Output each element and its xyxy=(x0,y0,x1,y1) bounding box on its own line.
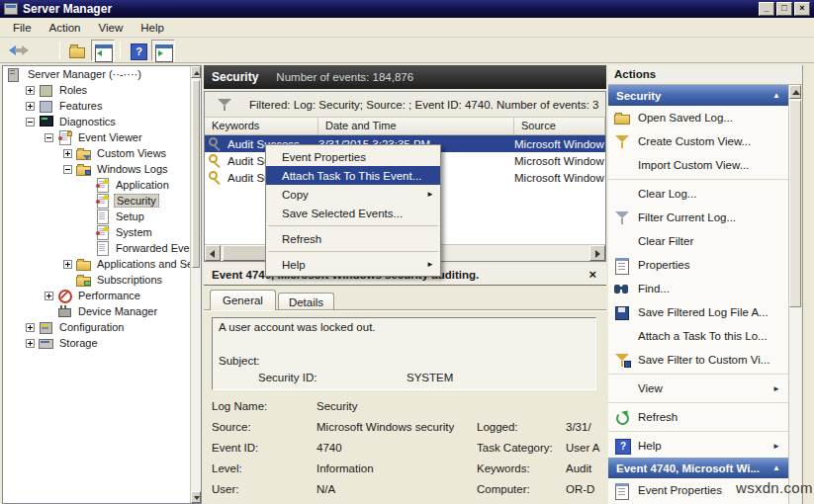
menu-view[interactable]: View xyxy=(90,20,133,36)
expand-icon[interactable] xyxy=(26,323,35,332)
minimize-button[interactable]: _ xyxy=(759,2,774,16)
server-icon xyxy=(7,67,22,81)
action-save-filtered-log-file-a[interactable]: Save Filtered Log File A... xyxy=(608,300,788,324)
tree-scrollbar[interactable] xyxy=(190,66,201,503)
property-value xyxy=(566,400,606,421)
forward-button[interactable] xyxy=(31,40,54,61)
titlebar: Server Manager _ □ × xyxy=(0,0,814,18)
folder-table-icon xyxy=(76,273,91,287)
expand-icon[interactable] xyxy=(26,102,35,111)
log-header: Security Number of events: 184,876 xyxy=(204,65,606,89)
scroll-down-icon[interactable] xyxy=(191,491,201,503)
tree-scrollbar-thumb[interactable] xyxy=(192,80,200,268)
device-manager-icon xyxy=(57,304,72,318)
tree-item-setup[interactable]: Setup xyxy=(3,209,201,224)
context-menu-attach-task-to-this-event[interactable]: Attach Task To This Event... xyxy=(266,166,440,185)
action-filter-current-log[interactable]: Filter Current Log... xyxy=(608,206,788,229)
expand-icon[interactable] xyxy=(26,86,35,95)
menu-action[interactable]: Action xyxy=(41,20,90,36)
submenu-arrow-icon: ► xyxy=(426,260,434,269)
column-header-keywords[interactable]: Keywords xyxy=(205,118,318,134)
tab-details[interactable]: Details xyxy=(278,293,334,310)
collapse-icon[interactable] xyxy=(63,165,72,174)
window-title: Server Manager xyxy=(23,2,757,16)
tree-item-applications-and-servic[interactable]: Applications and Servic xyxy=(3,256,201,272)
tree-item-forwarded-events[interactable]: Forwarded Events xyxy=(3,240,201,256)
help-button[interactable] xyxy=(126,40,149,61)
action-help[interactable]: Help► xyxy=(608,434,788,458)
action-properties[interactable]: Properties xyxy=(608,253,788,277)
context-menu-refresh[interactable]: Refresh xyxy=(266,229,440,248)
event-details-pane: Event 4740, Microsoft Windows security a… xyxy=(204,264,606,504)
tree-item-application[interactable]: Application xyxy=(3,177,201,193)
property-value: Microsoft Windows security xyxy=(317,421,477,442)
tree-item-windows-logs[interactable]: Windows Logs xyxy=(3,161,201,177)
menu-help[interactable]: Help xyxy=(132,20,173,36)
tree-item-server-manager[interactable]: Server Manager (··-····) xyxy=(3,66,201,82)
action-clear-filter[interactable]: Clear Filter xyxy=(608,229,788,253)
tree-item-roles[interactable]: Roles xyxy=(3,82,201,98)
context-menu-event-properties[interactable]: Event Properties xyxy=(266,147,440,166)
actions-scrollbar-thumb[interactable] xyxy=(789,100,801,307)
expand-icon[interactable] xyxy=(45,292,53,300)
horizontal-scrollbar-thumb[interactable] xyxy=(223,245,270,261)
tree-item-security[interactable]: Security xyxy=(3,193,201,209)
tree-item-event-viewer[interactable]: Event Viewer xyxy=(3,129,201,145)
action-import-custom-view[interactable]: Import Custom View... xyxy=(608,153,788,177)
column-header-source[interactable]: Source xyxy=(514,118,605,134)
property-label: Computer: xyxy=(477,483,566,504)
scroll-right-icon[interactable] xyxy=(589,245,605,261)
tab-general[interactable]: General xyxy=(210,290,276,310)
actions-section-security[interactable]: Security▲ xyxy=(608,85,788,106)
menu-separator xyxy=(268,251,438,252)
expand-icon[interactable] xyxy=(63,260,72,269)
close-button[interactable]: × xyxy=(794,2,810,16)
expand-icon[interactable] xyxy=(63,149,72,158)
tree-item-subscriptions[interactable]: Subscriptions xyxy=(3,272,201,288)
collapse-icon[interactable]: ▲ xyxy=(772,463,780,472)
tree-item-features[interactable]: Features xyxy=(3,98,201,114)
property-row: Level:InformationKeywords:Audit xyxy=(212,462,606,483)
action-view[interactable]: View► xyxy=(608,377,788,400)
action-open-saved-log[interactable]: Open Saved Log... xyxy=(608,106,788,129)
property-row: Source:Microsoft Windows securityLogged:… xyxy=(212,421,606,442)
action-create-custom-view[interactable]: Create Custom View... xyxy=(608,129,788,153)
tree-item-system[interactable]: System xyxy=(3,224,201,240)
tree-item-custom-views[interactable]: Custom Views xyxy=(3,145,201,161)
tree-item-device-manager[interactable]: Device Manager xyxy=(3,303,201,319)
console-tree-button[interactable] xyxy=(91,40,115,61)
collapse-icon[interactable]: ▲ xyxy=(772,91,780,100)
action-find[interactable]: Find... xyxy=(608,277,788,300)
actions-section-event-4740-microsoft-wi[interactable]: Event 4740, Microsoft Wi...▲ xyxy=(608,458,788,478)
tree-item-storage[interactable]: Storage xyxy=(3,335,201,351)
scroll-up-icon[interactable] xyxy=(789,85,801,99)
collapse-icon[interactable] xyxy=(45,133,53,142)
icon-spacer xyxy=(614,328,631,344)
action-attach-a-task-to-this-lo[interactable]: Attach a Task To this Lo... xyxy=(608,324,788,348)
action-clear-log[interactable]: Clear Log... xyxy=(608,182,788,206)
actions-scrollbar[interactable] xyxy=(788,85,801,504)
action-pane-button[interactable] xyxy=(151,40,175,61)
description-line xyxy=(219,338,589,355)
scroll-up-icon[interactable] xyxy=(191,66,201,78)
tree-item-performance[interactable]: Performance xyxy=(3,288,201,303)
context-menu-help[interactable]: Help► xyxy=(266,255,440,274)
close-details-icon[interactable]: × xyxy=(587,268,598,282)
column-header-date-and-time[interactable]: Date and Time xyxy=(318,118,514,134)
context-menu-save-selected-events[interactable]: Save Selected Events... xyxy=(266,204,440,222)
filter-summary: Filtered: Log: Security; Source: ; Event… xyxy=(249,99,598,111)
action-save-filter-to-custom-vi[interactable]: Save Filter to Custom Vi... xyxy=(608,348,788,372)
icon-spacer xyxy=(614,233,631,249)
collapse-icon[interactable] xyxy=(26,118,35,126)
properties-icon xyxy=(614,257,631,273)
export-button[interactable] xyxy=(65,40,89,61)
menu-file[interactable]: File xyxy=(4,20,41,36)
scroll-left-icon[interactable] xyxy=(205,245,221,261)
description-field-value: SYSTEM xyxy=(407,372,453,383)
context-menu-copy[interactable]: Copy► xyxy=(266,185,440,204)
maximize-button[interactable]: □ xyxy=(776,2,792,16)
tree-item-diagnostics[interactable]: Diagnostics xyxy=(3,114,201,129)
action-refresh[interactable]: Refresh xyxy=(608,405,788,429)
expand-icon[interactable] xyxy=(26,339,35,348)
tree-item-configuration[interactable]: Configuration xyxy=(3,319,201,335)
